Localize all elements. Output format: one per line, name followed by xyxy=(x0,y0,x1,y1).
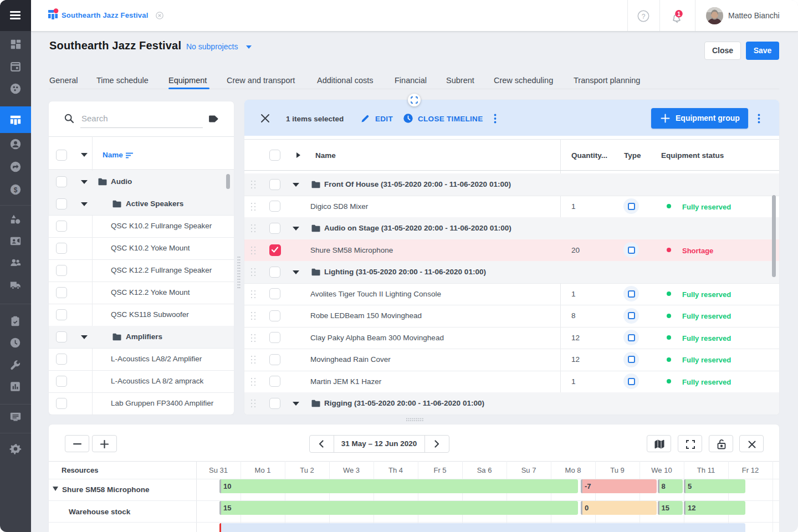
svg-text:$: $ xyxy=(14,186,18,194)
svg-text:1: 1 xyxy=(677,11,681,17)
svg-text:?: ? xyxy=(642,13,646,21)
